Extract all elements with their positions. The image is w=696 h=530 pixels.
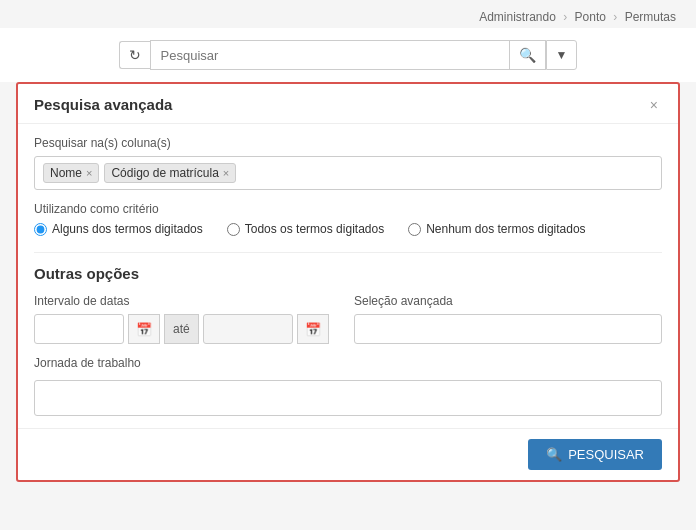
radio-group: Alguns dos termos digitados Todos os ter… [34, 222, 662, 236]
other-options-title: Outras opções [34, 265, 662, 282]
calendar-from-button[interactable]: 📅 [128, 314, 160, 344]
radio-all-input[interactable] [227, 223, 240, 236]
pesquisar-label: PESQUISAR [568, 447, 644, 462]
radio-some[interactable]: Alguns dos termos digitados [34, 222, 203, 236]
columns-label: Pesquisar na(s) coluna(s) [34, 136, 662, 150]
breadcrumb-sep-2: › [613, 10, 617, 24]
tag-nome: Nome × [43, 163, 99, 183]
calendar-to-button[interactable]: 📅 [297, 314, 329, 344]
close-button[interactable]: × [646, 97, 662, 113]
radio-none-input[interactable] [408, 223, 421, 236]
criteria-label: Utilizando como critério [34, 202, 662, 216]
pesquisar-button[interactable]: 🔍 PESQUISAR [528, 439, 662, 470]
date-range-section: Intervalo de datas 📅 até 📅 [34, 294, 342, 344]
work-schedule-section: Jornada de trabalho [34, 356, 662, 416]
tag-matricula-label: Código de matrícula [111, 166, 218, 180]
breadcrumb-part-2: Ponto [575, 10, 606, 24]
refresh-button[interactable]: ↻ [119, 41, 150, 69]
pesquisar-icon: 🔍 [546, 447, 562, 462]
work-schedule-input[interactable] [34, 380, 662, 416]
advanced-selection-input[interactable] [354, 314, 662, 344]
breadcrumb: Administrando › Ponto › Permutas [0, 0, 696, 28]
radio-none-label: Nenhum dos termos digitados [426, 222, 585, 236]
date-range-label: Intervalo de datas [34, 294, 342, 308]
filter-icon: ▼ [556, 48, 568, 62]
filter-button[interactable]: ▼ [546, 40, 578, 70]
radio-all[interactable]: Todos os termos digitados [227, 222, 384, 236]
tags-container: Nome × Código de matrícula × [34, 156, 662, 190]
search-icon-button[interactable]: 🔍 [510, 40, 546, 70]
date-from-input[interactable] [34, 314, 124, 344]
advanced-search-panel: Pesquisa avançada × Pesquisar na(s) colu… [16, 82, 680, 482]
radio-some-input[interactable] [34, 223, 47, 236]
date-row: 📅 até 📅 [34, 314, 342, 344]
advanced-selection-label: Seleção avançada [354, 294, 662, 308]
panel-footer: 🔍 PESQUISAR [18, 428, 678, 480]
ate-label: até [164, 314, 199, 344]
advanced-selection-section: Seleção avançada [354, 294, 662, 344]
tag-nome-close[interactable]: × [86, 167, 92, 179]
date-to-input[interactable] [203, 314, 293, 344]
search-input[interactable] [150, 40, 510, 70]
options-grid: Intervalo de datas 📅 até 📅 Seleção avanç… [34, 294, 662, 344]
section-divider [34, 252, 662, 253]
breadcrumb-sep-1: › [563, 10, 567, 24]
breadcrumb-part-1: Administrando [479, 10, 556, 24]
radio-some-label: Alguns dos termos digitados [52, 222, 203, 236]
panel-title: Pesquisa avançada [34, 96, 172, 113]
radio-all-label: Todos os termos digitados [245, 222, 384, 236]
search-toolbar: ↻ 🔍 ▼ [0, 28, 696, 82]
tag-matricula: Código de matrícula × [104, 163, 236, 183]
breadcrumb-part-3: Permutas [625, 10, 676, 24]
tag-matricula-close[interactable]: × [223, 167, 229, 179]
panel-header: Pesquisa avançada × [18, 84, 678, 124]
work-schedule-label: Jornada de trabalho [34, 356, 662, 370]
radio-none[interactable]: Nenhum dos termos digitados [408, 222, 585, 236]
tag-nome-label: Nome [50, 166, 82, 180]
panel-body: Pesquisar na(s) coluna(s) Nome × Código … [18, 124, 678, 428]
